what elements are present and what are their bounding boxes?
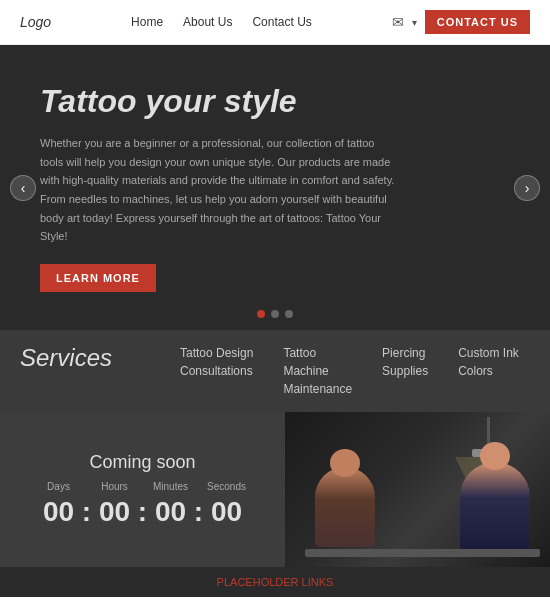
days-value: 00 [38, 496, 80, 528]
nav-home[interactable]: Home [131, 15, 163, 29]
countdown-area: Coming soon Days Hours Minutes Seconds 0… [0, 412, 285, 567]
learn-more-button[interactable]: LEARN MORE [40, 264, 156, 292]
table-decoration [305, 549, 540, 557]
footer-nav: PLACEHOLDER LINKS [0, 567, 550, 597]
hero-title: Tattoo your style [40, 83, 400, 120]
label-minutes: Minutes [150, 481, 192, 492]
service-custom-ink: Custom InkColors [458, 344, 519, 398]
person2-head [480, 442, 510, 470]
colon-2: : [136, 496, 150, 528]
footer-placeholder-links[interactable]: PLACEHOLDER LINKS [217, 576, 334, 588]
nav-contact-link[interactable]: Contact Us [252, 15, 311, 29]
nav-right: ✉ ▾ CONTACT US [392, 10, 530, 34]
services-section: Services Tattoo DesignConsultations Tatt… [0, 330, 550, 412]
logo: Logo [20, 14, 51, 30]
hero-section: ‹ Tattoo your style Whether you are a be… [0, 45, 550, 330]
time-labels: Days Hours Minutes Seconds [38, 481, 248, 492]
service-piercing-supplies: PiercingSupplies [382, 344, 428, 398]
time-display: 00 : 00 : 00 : 00 [38, 496, 248, 528]
navbar: Logo Home About Us Contact Us ✉ ▾ CONTAC… [0, 0, 550, 45]
person1-body [315, 467, 375, 547]
scene-container [285, 412, 550, 567]
person1-head [330, 449, 360, 477]
hero-content: Tattoo your style Whether you are a begi… [0, 53, 440, 322]
contact-button[interactable]: CONTACT US [425, 10, 530, 34]
hero-body: Whether you are a beginner or a professi… [40, 134, 400, 246]
dot-2[interactable] [271, 310, 279, 318]
person2-body [460, 462, 530, 552]
hero-dots [257, 310, 293, 318]
service-tattoo-design: Tattoo DesignConsultations [180, 344, 253, 398]
label-days: Days [38, 481, 80, 492]
nav-links: Home About Us Contact Us [131, 15, 312, 29]
service-machine-maintenance: TattooMachineMaintenance [283, 344, 352, 398]
seconds-value: 00 [206, 496, 248, 528]
services-items: Tattoo DesignConsultations TattooMachine… [180, 344, 519, 398]
label-hours: Hours [94, 481, 136, 492]
colon-1: : [80, 496, 94, 528]
message-icon: ✉ [392, 14, 404, 30]
hero-prev-arrow[interactable]: ‹ [10, 175, 36, 201]
coming-soon-text: Coming soon [89, 452, 195, 473]
bottom-section: Coming soon Days Hours Minutes Seconds 0… [0, 412, 550, 567]
minutes-value: 00 [150, 496, 192, 528]
tattoo-scene-image [285, 412, 550, 567]
hours-value: 00 [94, 496, 136, 528]
services-title: Services [20, 344, 140, 372]
hero-next-arrow[interactable]: › [514, 175, 540, 201]
label-seconds: Seconds [206, 481, 248, 492]
dot-3[interactable] [285, 310, 293, 318]
nav-about[interactable]: About Us [183, 15, 232, 29]
colon-3: : [192, 496, 206, 528]
chevron-down-icon: ▾ [412, 17, 417, 28]
dot-1[interactable] [257, 310, 265, 318]
